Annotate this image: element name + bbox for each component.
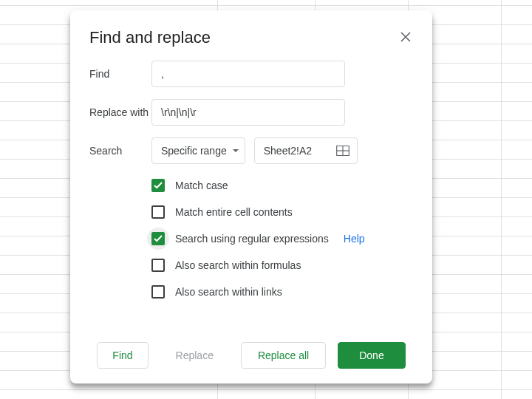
match-case-checkbox[interactable] xyxy=(151,179,165,192)
replace-all-button[interactable]: Replace all xyxy=(241,342,326,369)
find-replace-dialog: Find and replace Find Replace with Searc… xyxy=(70,10,432,383)
search-label: Search xyxy=(89,145,151,157)
find-button[interactable]: Find xyxy=(97,342,148,369)
search-scope-dropdown[interactable]: Specific range xyxy=(151,137,245,164)
range-input[interactable]: Sheet2!A2 xyxy=(254,137,358,164)
links-label: Also search within links xyxy=(175,286,282,298)
regex-label: Search using regular expressions xyxy=(175,233,329,245)
entire-cell-label: Match entire cell contents xyxy=(175,206,293,218)
grid-row xyxy=(0,389,532,390)
links-checkbox[interactable] xyxy=(151,285,165,299)
replace-input[interactable] xyxy=(151,99,345,126)
dialog-title: Find and replace xyxy=(89,28,211,47)
search-scope-value: Specific range xyxy=(161,145,227,157)
formulas-checkbox[interactable] xyxy=(151,259,165,272)
grid-row xyxy=(0,5,532,6)
check-icon xyxy=(154,182,163,189)
grid-col xyxy=(501,0,502,399)
regex-checkbox[interactable] xyxy=(151,232,165,245)
formulas-label: Also search within formulas xyxy=(175,259,301,271)
find-label: Find xyxy=(89,68,151,80)
find-input[interactable] xyxy=(151,61,345,87)
chevron-down-icon xyxy=(233,149,239,152)
replace-button[interactable]: Replace xyxy=(160,342,229,369)
regex-help-link[interactable]: Help xyxy=(344,233,365,245)
close-icon xyxy=(400,32,411,42)
range-value: Sheet2!A2 xyxy=(264,145,312,157)
match-case-label: Match case xyxy=(175,180,228,191)
grid-select-icon xyxy=(336,146,349,156)
done-button[interactable]: Done xyxy=(338,342,405,369)
close-button[interactable] xyxy=(397,28,415,46)
replace-with-label: Replace with xyxy=(89,106,151,118)
entire-cell-checkbox[interactable] xyxy=(151,205,165,219)
check-icon xyxy=(154,235,163,242)
